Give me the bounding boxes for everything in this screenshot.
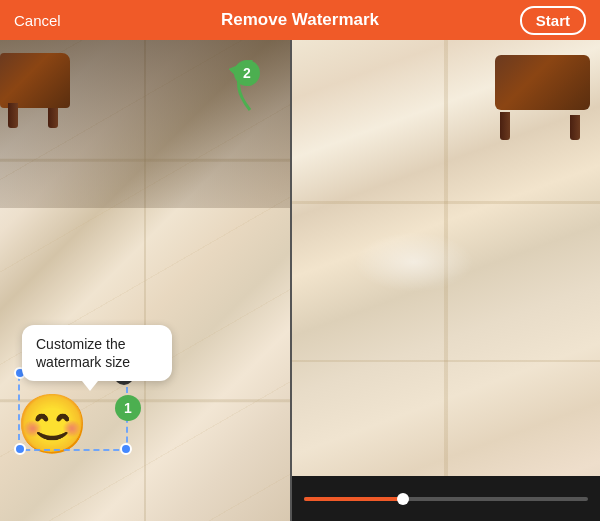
progress-thumb-right[interactable]	[397, 493, 409, 505]
top-bar: Cancel Remove Watermark Start	[0, 0, 600, 40]
table-right-body	[495, 55, 590, 110]
arrow-annotation: 2	[210, 60, 260, 119]
step-1-circle: 1	[115, 395, 141, 421]
tooltip-bubble: Customize the watermark size	[22, 325, 172, 381]
table-body	[0, 53, 70, 108]
left-marble-background: 2 Customize the watermark size 😊 ✕	[0, 40, 290, 521]
step-2-circle: 2	[234, 60, 260, 86]
progress-bar-right[interactable]	[304, 497, 588, 501]
table-leg-2	[48, 108, 58, 128]
playback-controls-right	[292, 476, 600, 521]
watermark-selection-box[interactable]: ✕	[18, 371, 128, 451]
handle-bottom-left[interactable]	[14, 443, 26, 455]
main-content: 2 Customize the watermark size 😊 ✕	[0, 40, 600, 521]
app-container: Cancel Remove Watermark Start	[0, 0, 600, 521]
table-leg-1	[8, 103, 18, 128]
table-right	[490, 55, 590, 140]
handle-bottom-right[interactable]	[120, 443, 132, 455]
table-top-left	[0, 48, 75, 128]
screen-title: Remove Watermark	[221, 10, 379, 30]
table-right-leg-2	[570, 115, 580, 140]
tooltip-text: Customize the watermark size	[36, 336, 130, 370]
right-marble-background	[292, 40, 600, 521]
table-right-leg-1	[500, 112, 510, 140]
left-panel: 2 Customize the watermark size 😊 ✕	[0, 40, 290, 521]
marble-shine-effect	[354, 232, 474, 292]
start-button[interactable]: Start	[520, 6, 586, 35]
progress-fill-right	[304, 497, 403, 501]
cancel-button[interactable]: Cancel	[14, 12, 61, 29]
right-panel	[292, 40, 600, 521]
